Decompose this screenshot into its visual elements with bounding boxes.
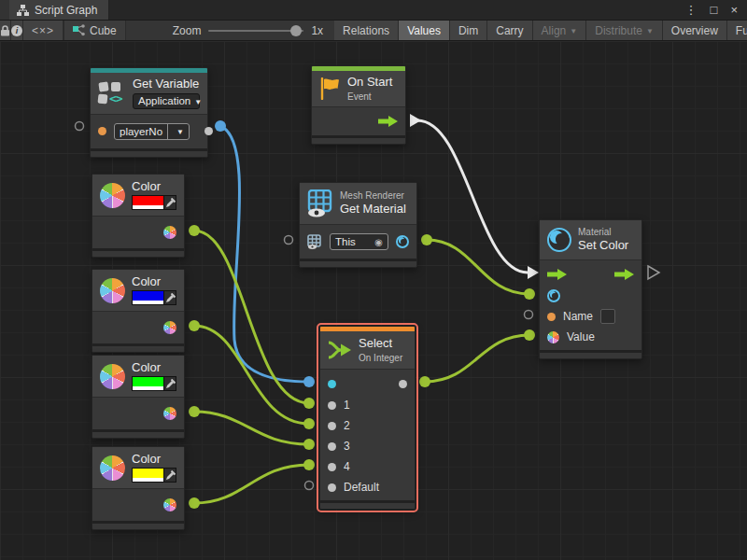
node-header: Color [92, 270, 184, 311]
name-input-port[interactable] [547, 313, 556, 321]
graph-reference-button[interactable]: Cube [64, 21, 126, 40]
titlebar-lead [0, 0, 9, 20]
color-output-port[interactable] [163, 321, 176, 334]
option-input-port[interactable] [328, 401, 336, 410]
color-swatch[interactable] [133, 469, 163, 478]
wire-select-value[interactable] [425, 335, 529, 382]
wire-color1-select1[interactable] [194, 231, 309, 403]
wire-endpoint[interactable] [303, 398, 315, 409]
values-button[interactable]: Values [399, 21, 450, 40]
object-picker-icon[interactable]: ◉ [374, 237, 383, 247]
name-input-field[interactable] [600, 309, 615, 324]
node-color-blue[interactable]: Color [92, 269, 185, 353]
zoom-slider[interactable] [208, 30, 303, 32]
window-menu-icon[interactable]: ⋮ [685, 4, 698, 16]
overview-button[interactable]: Overview [663, 21, 727, 40]
color-picker[interactable] [132, 195, 176, 210]
port-circle[interactable] [285, 236, 293, 245]
node-footer [320, 500, 415, 509]
node-select[interactable]: Select On Integer 1 2 [319, 326, 416, 510]
port-circle[interactable] [525, 311, 533, 319]
wire-endpoint[interactable] [189, 225, 200, 236]
target-field[interactable]: This ◉ [330, 233, 388, 250]
info-button[interactable]: i [11, 21, 23, 40]
wire-endpoint[interactable] [524, 329, 535, 341]
node-on-start[interactable]: On Start Event [311, 65, 406, 145]
align-button[interactable]: Align ▼ [533, 21, 587, 40]
tab-script-graph[interactable]: Script Graph [9, 0, 109, 20]
wire-color4-select4[interactable] [194, 465, 309, 503]
option-input-port[interactable] [328, 463, 336, 471]
wire-endpoint[interactable] [419, 376, 430, 387]
eyedropper-button[interactable] [163, 376, 176, 391]
material-input-port[interactable] [547, 289, 560, 302]
option-input-port[interactable] [328, 483, 336, 492]
wire-color2-select2[interactable] [194, 326, 309, 424]
color-picker[interactable] [132, 290, 176, 305]
flow-output-arrow[interactable] [614, 269, 634, 280]
port-circle[interactable] [76, 122, 84, 131]
color-output-port[interactable] [163, 407, 176, 420]
color-picker[interactable] [132, 468, 176, 483]
port-circle[interactable] [305, 482, 314, 490]
maximize-icon[interactable]: □ [711, 4, 718, 16]
close-icon[interactable]: × [730, 4, 738, 16]
color-swatch[interactable] [133, 196, 163, 205]
variable-input-port[interactable] [98, 127, 106, 135]
color-swatch[interactable] [133, 291, 163, 301]
distribute-button[interactable]: Distribute ▼ [586, 21, 663, 40]
wire-endpoint[interactable] [421, 234, 432, 245]
relations-button[interactable]: Relations [334, 21, 399, 40]
wire-endpoint[interactable] [303, 439, 315, 450]
renderer-port-icon[interactable] [307, 234, 322, 249]
variable-name-dropdown[interactable]: playerNo ▼ [114, 123, 190, 140]
selection-output-port[interactable] [399, 380, 407, 388]
wire-playerno-select[interactable] [220, 126, 309, 382]
node-set-color[interactable]: Material Set Color [539, 219, 642, 359]
flow-output-triangle[interactable] [648, 266, 659, 279]
carry-button[interactable]: Carry [487, 21, 532, 40]
value-output-port[interactable] [204, 127, 213, 135]
wire-endpoint[interactable] [524, 288, 535, 300]
eyedropper-button[interactable] [163, 468, 176, 483]
wire-color3-select3[interactable] [194, 412, 309, 444]
wire-endpoint[interactable] [303, 459, 315, 470]
wire-endpoint[interactable] [189, 497, 200, 509]
eyedropper-button[interactable] [163, 195, 176, 210]
color-picker[interactable] [132, 376, 176, 391]
edit-source-button[interactable]: <×> [23, 21, 63, 40]
node-get-material[interactable]: Mesh Renderer Get Material This ◉ [299, 182, 417, 268]
node-color-green[interactable]: Color [92, 355, 185, 439]
selector-input-port[interactable] [328, 380, 336, 388]
color-output-port[interactable] [163, 498, 176, 511]
color-output-port[interactable] [163, 226, 176, 239]
flow-output-arrow[interactable] [378, 116, 398, 127]
node-footer [92, 521, 184, 529]
wire-onstart-setcolor[interactable] [417, 120, 528, 273]
option-input-port[interactable] [328, 442, 336, 451]
material-output-port[interactable] [396, 235, 409, 248]
node-color-yellow[interactable]: Color [92, 446, 185, 530]
flow-out-arrowhead[interactable] [410, 114, 421, 127]
wire-endpoint[interactable] [189, 320, 200, 331]
flow-input-arrow[interactable] [547, 269, 567, 280]
fullscreen-button[interactable]: Full Screen [727, 21, 747, 40]
wire-endpoint[interactable] [215, 120, 226, 132]
wire-endpoint[interactable] [303, 376, 315, 387]
flow-in-arrowhead[interactable] [528, 266, 539, 279]
node-get-variable[interactable]: <> Get Variable Application ▼ playerNo ▼ [90, 67, 208, 158]
option-input-port[interactable] [328, 422, 336, 430]
value-input-port[interactable] [547, 331, 559, 343]
graph-canvas[interactable]: <> Get Variable Application ▼ playerNo ▼ [0, 41, 747, 560]
node-body [312, 106, 405, 135]
zoom-slider-handle[interactable] [290, 25, 302, 36]
wire-endpoint[interactable] [189, 406, 200, 417]
wire-endpoint[interactable] [303, 418, 315, 429]
node-color-red[interactable]: Color [92, 174, 185, 258]
eyedropper-button[interactable] [163, 290, 176, 305]
color-swatch[interactable] [133, 377, 163, 386]
variable-scope-dropdown[interactable]: Application ▼ [133, 93, 200, 109]
wire-getmaterial-setcolor[interactable] [427, 240, 529, 294]
lock-button[interactable] [0, 21, 11, 40]
dim-button[interactable]: Dim [450, 21, 487, 40]
